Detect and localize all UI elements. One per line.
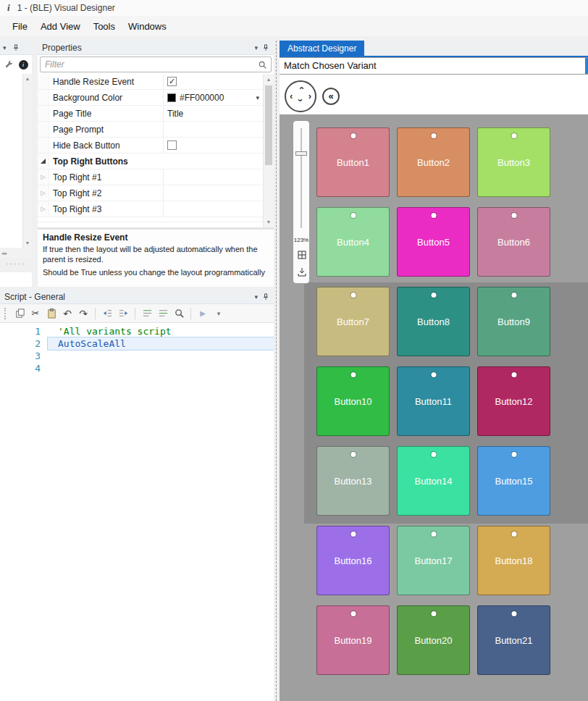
property-row-page-title[interactable]: Page TitleTitle	[38, 106, 263, 122]
code-text[interactable]: AutoScaleAll	[48, 337, 274, 350]
indent-button[interactable]	[116, 306, 130, 321]
undo-button[interactable]: ↶	[60, 306, 75, 321]
designer-canvas[interactable]: 123% Button1Button2Button3Button4Button5…	[280, 114, 588, 701]
designer-button-button8[interactable]: Button8	[397, 287, 470, 356]
property-value[interactable]: ✓	[164, 74, 263, 89]
panel-menu-chevron-icon[interactable]: ▾	[254, 44, 258, 51]
copy-button[interactable]	[12, 306, 27, 321]
designer-button-button21[interactable]: Button21	[477, 605, 550, 675]
scroll-down-arrow-icon[interactable]: ▼	[25, 238, 30, 248]
designer-button-button9[interactable]: Button9	[477, 287, 550, 356]
scroll-up-arrow-icon[interactable]: ▲	[264, 75, 274, 84]
collapse-button[interactable]: «	[322, 88, 340, 105]
checkbox[interactable]: ✓	[167, 77, 177, 86]
designer-button-button4[interactable]: Button4	[316, 207, 390, 277]
collapsed-triangle-icon[interactable]: ▷	[41, 190, 45, 196]
designer-button-button12[interactable]: Button12	[477, 366, 550, 436]
property-value[interactable]	[164, 185, 263, 201]
property-value[interactable]	[164, 201, 263, 217]
designer-button-button11[interactable]: Button11	[397, 366, 470, 436]
designer-button-button3[interactable]: Button3	[477, 127, 550, 197]
menu-item-windows[interactable]: Windows	[122, 18, 173, 35]
code-text[interactable]	[48, 350, 274, 362]
pin-icon[interactable]	[262, 44, 269, 51]
property-row-handle-resize-event[interactable]: Handle Resize Event✓	[38, 74, 263, 90]
scrollbar-thumb[interactable]	[265, 85, 272, 165]
designer-button-button7[interactable]: Button7	[316, 287, 390, 356]
property-row-top-right-1[interactable]: ▷Top Right #1	[38, 169, 263, 185]
variant-bar[interactable]: Match Chosen Variant	[280, 57, 588, 75]
property-row-hide-back-button[interactable]: Hide Back Button	[38, 138, 263, 154]
pan-left-icon[interactable]: ‹	[290, 91, 293, 101]
checkbox[interactable]	[167, 140, 177, 150]
pan-up-icon[interactable]: ›	[296, 86, 306, 89]
property-row-top-right-3[interactable]: ▷Top Right #3	[38, 201, 263, 217]
designer-button-button14[interactable]: Button14	[397, 446, 470, 516]
designer-button-button15[interactable]: Button15	[477, 446, 550, 516]
mini-vertical-scrollbar[interactable]: ▲ ▼	[22, 74, 32, 248]
pan-control[interactable]: › › ‹ ›	[285, 80, 316, 112]
zoom-slider-thumb[interactable]	[295, 151, 307, 156]
collapsed-triangle-icon[interactable]: ▷	[41, 174, 45, 180]
panel-menu-chevron-icon[interactable]: ▾	[3, 44, 7, 51]
property-row-top-right-2[interactable]: ▷Top Right #2	[38, 185, 263, 201]
panel-splitter[interactable]	[274, 41, 280, 701]
property-value[interactable]	[164, 138, 263, 153]
code-text[interactable]: 'All variants script	[48, 325, 274, 337]
uncomment-button[interactable]	[156, 306, 170, 321]
panel-menu-chevron-icon[interactable]: ▾	[254, 293, 258, 301]
designer-button-button2[interactable]: Button2	[397, 127, 470, 197]
designer-button-button18[interactable]: Button18	[477, 526, 550, 595]
property-row-background-color[interactable]: Background Color#FF000000▾	[38, 90, 263, 106]
drag-grip[interactable]: ·····	[0, 258, 32, 272]
cut-button[interactable]: ✂	[28, 306, 43, 321]
designer-button-button13[interactable]: Button13	[316, 446, 390, 516]
wrench-button[interactable]	[3, 58, 14, 71]
designer-button-button19[interactable]: Button19	[316, 605, 390, 675]
collapsed-triangle-icon[interactable]: ▷	[41, 206, 45, 212]
designer-button-button17[interactable]: Button17	[397, 526, 470, 595]
redo-button[interactable]: ↷	[76, 306, 91, 321]
designer-button-button20[interactable]: Button20	[397, 605, 470, 675]
comment-button[interactable]	[140, 306, 154, 321]
property-row-top-right-buttons[interactable]: Top Right Buttons	[38, 154, 263, 169]
property-value[interactable]: Title	[164, 106, 263, 121]
menu-item-file[interactable]: File	[6, 18, 34, 35]
pin-icon[interactable]	[12, 44, 20, 51]
scroll-down-arrow-icon[interactable]: ▼	[264, 217, 274, 227]
zoom-slider-track[interactable]	[301, 128, 302, 228]
expanded-triangle-icon[interactable]	[41, 159, 46, 164]
scroll-left-arrow-icon[interactable]: ◂	[1, 248, 4, 258]
run-button[interactable]: ▶	[196, 306, 210, 321]
mini-horizontal-scrollbar[interactable]: ◂ ▸	[0, 248, 32, 258]
fit-to-screen-button[interactable]	[295, 248, 308, 261]
property-value[interactable]	[164, 122, 263, 137]
designer-button-button6[interactable]: Button6	[477, 207, 550, 277]
designer-button-button16[interactable]: Button16	[316, 526, 390, 595]
toolbar-grip[interactable]	[4, 308, 7, 319]
properties-scrollbar[interactable]: ▲ ▼	[263, 74, 274, 227]
import-button[interactable]	[295, 266, 308, 278]
pan-right-icon[interactable]: ›	[308, 91, 311, 101]
outdent-button[interactable]	[100, 306, 114, 321]
code-text[interactable]	[48, 362, 274, 374]
designer-button-button1[interactable]: Button1	[316, 127, 390, 197]
property-value[interactable]: #FF000000▾	[164, 90, 263, 105]
info-button[interactable]: i	[17, 58, 29, 71]
mini-list[interactable]: ▲ ▼	[0, 74, 32, 248]
dropdown-arrow-icon[interactable]: ▾	[256, 94, 259, 101]
designer-button-button10[interactable]: Button10	[316, 366, 390, 436]
menu-item-tools[interactable]: Tools	[87, 18, 122, 35]
designer-button-button5[interactable]: Button5	[397, 207, 470, 277]
paste-button[interactable]	[44, 306, 59, 321]
pan-down-icon[interactable]: ›	[296, 98, 306, 101]
filter-input[interactable]	[40, 56, 272, 72]
code-editor[interactable]: 1'All variants script2AutoScaleAll34	[0, 323, 274, 701]
scroll-right-arrow-icon[interactable]: ▸	[5, 248, 8, 258]
tab-abstract-designer[interactable]: Abstract Designer	[280, 41, 364, 56]
pin-icon[interactable]	[262, 293, 269, 301]
scroll-up-arrow-icon[interactable]: ▲	[25, 74, 30, 83]
property-row-page-prompt[interactable]: Page Prompt	[38, 122, 263, 138]
property-value[interactable]	[164, 169, 263, 185]
menu-item-add-view[interactable]: Add View	[34, 18, 87, 35]
